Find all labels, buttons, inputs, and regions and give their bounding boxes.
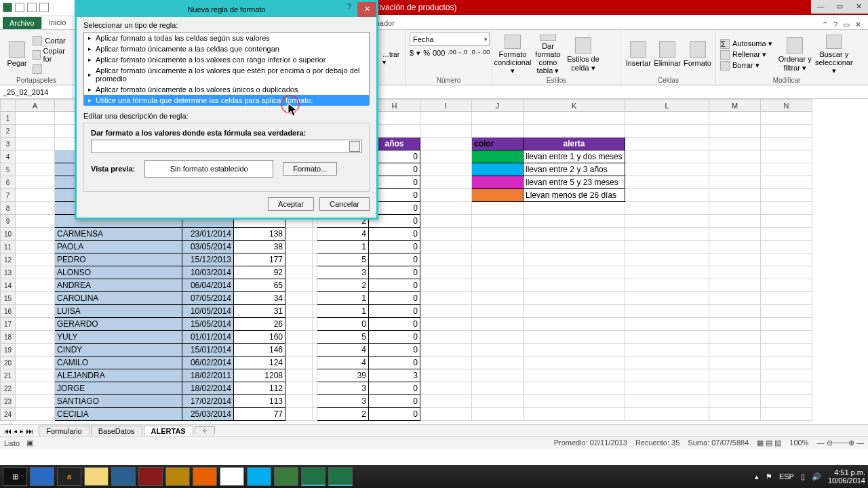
- cell[interactable]: [420, 228, 472, 241]
- rule-type-list[interactable]: Aplicar formato a todas las celdas según…: [83, 32, 370, 105]
- cell[interactable]: 1: [317, 305, 369, 318]
- cell[interactable]: [709, 305, 761, 318]
- cell[interactable]: [709, 228, 761, 241]
- row-header[interactable]: 10: [1, 228, 16, 241]
- cell[interactable]: PAOLA: [55, 241, 182, 253]
- format-as-table-button[interactable]: Dar formato como tabla ▾: [532, 35, 564, 75]
- cell[interactable]: [524, 318, 625, 331]
- cell[interactable]: [761, 202, 812, 215]
- cell[interactable]: [761, 395, 812, 408]
- ok-button[interactable]: Aceptar: [268, 197, 314, 211]
- cell[interactable]: 138: [234, 228, 285, 241]
- comma-button[interactable]: 000: [433, 49, 445, 58]
- tray-lang[interactable]: ESP: [779, 472, 794, 481]
- cell[interactable]: [16, 163, 55, 176]
- delete-cells-button[interactable]: Eliminar: [654, 35, 681, 75]
- cell[interactable]: 31: [234, 305, 285, 318]
- cell[interactable]: [420, 292, 472, 305]
- cell[interactable]: [472, 408, 524, 421]
- sheet-tab-formulario[interactable]: Formulario: [39, 426, 90, 436]
- clear-button[interactable]: Borrar ▾: [720, 61, 775, 70]
- cell[interactable]: [313, 292, 317, 305]
- cell[interactable]: [472, 112, 524, 125]
- cell[interactable]: [625, 357, 709, 369]
- percent-button[interactable]: %: [423, 49, 430, 58]
- tab-home[interactable]: Inicio: [41, 16, 74, 29]
- cell[interactable]: GERARDO: [55, 318, 182, 331]
- autosum-button[interactable]: ΣAutosuma ▾: [720, 39, 775, 49]
- cell[interactable]: [285, 279, 313, 292]
- cell[interactable]: [16, 202, 55, 215]
- cell[interactable]: [16, 125, 55, 138]
- cell[interactable]: [524, 112, 625, 125]
- cell[interactable]: [761, 408, 812, 421]
- cell[interactable]: [285, 382, 313, 395]
- cell[interactable]: [285, 305, 313, 318]
- cell[interactable]: 2: [317, 279, 369, 292]
- cell[interactable]: [625, 228, 709, 241]
- cell[interactable]: 3: [317, 395, 369, 408]
- cell[interactable]: 0: [369, 395, 420, 408]
- cell[interactable]: [625, 112, 709, 125]
- cell[interactable]: [16, 266, 55, 279]
- increase-decimal-button[interactable]: .00→.0: [448, 49, 467, 58]
- cell[interactable]: 0: [369, 305, 420, 318]
- cell[interactable]: ALONSO: [55, 266, 182, 279]
- cell[interactable]: [625, 382, 709, 395]
- cell[interactable]: [761, 150, 812, 163]
- cell[interactable]: 4: [317, 344, 369, 357]
- macro-record-icon[interactable]: ▣: [26, 439, 33, 447]
- cell[interactable]: [709, 138, 761, 150]
- cell[interactable]: 160: [234, 331, 285, 344]
- cell[interactable]: [313, 369, 317, 382]
- cell[interactable]: [472, 382, 524, 395]
- range-selector-button[interactable]: [349, 141, 360, 152]
- maximize-button[interactable]: ▭: [830, 0, 849, 14]
- cell[interactable]: 2: [317, 408, 369, 421]
- cell[interactable]: [524, 331, 625, 344]
- cell[interactable]: [625, 125, 709, 138]
- cell[interactable]: [709, 344, 761, 357]
- cell[interactable]: 0: [369, 253, 420, 266]
- cell[interactable]: [16, 331, 55, 344]
- sheet-tab-alertas[interactable]: ALERTAS: [144, 426, 193, 436]
- tab-file[interactable]: Archivo: [3, 17, 41, 29]
- tray-volume-icon[interactable]: 🔊: [812, 472, 821, 481]
- window-close-icon[interactable]: ✕: [855, 20, 861, 29]
- ribbon-collapse-icon[interactable]: ⌃: [822, 20, 828, 29]
- taskbar-app1[interactable]: [111, 467, 136, 486]
- cell[interactable]: [625, 253, 709, 266]
- cell[interactable]: [472, 241, 524, 253]
- format-painter-button[interactable]: [33, 64, 68, 74]
- cell[interactable]: 38: [234, 241, 285, 253]
- cell[interactable]: 0: [369, 241, 420, 253]
- cell[interactable]: ALEJANDRA: [55, 369, 182, 382]
- cell[interactable]: [709, 408, 761, 421]
- cell[interactable]: [524, 215, 625, 228]
- cell[interactable]: alerta: [524, 138, 625, 150]
- copy-button[interactable]: Copiar for: [33, 47, 68, 63]
- taskbar-camtasia[interactable]: [274, 467, 298, 486]
- taskbar-firefox[interactable]: [193, 467, 217, 486]
- cell[interactable]: [761, 176, 812, 189]
- cell[interactable]: [285, 408, 313, 421]
- cell[interactable]: [709, 241, 761, 253]
- row-header[interactable]: 23: [1, 395, 16, 408]
- row-header[interactable]: 4: [1, 150, 16, 163]
- cell[interactable]: 92: [234, 266, 285, 279]
- sheet-nav-first[interactable]: ⏮ ◀ ▶ ⏭: [4, 427, 33, 435]
- cell[interactable]: [761, 241, 812, 253]
- cell[interactable]: 07/05/2014: [182, 292, 234, 305]
- cell[interactable]: [709, 163, 761, 176]
- cell[interactable]: [709, 202, 761, 215]
- cell[interactable]: [761, 369, 812, 382]
- tray-flag-icon[interactable]: ⚑: [766, 472, 772, 481]
- find-select-button[interactable]: Buscar y seleccionar ▾: [815, 35, 853, 75]
- row-header[interactable]: 19: [1, 344, 16, 357]
- wrap-center-button[interactable]: …trar ▾: [382, 51, 401, 66]
- rule-type-option[interactable]: Aplicar formato a todas las celdas según…: [84, 33, 369, 43]
- start-button[interactable]: ⊞: [3, 467, 27, 486]
- cell[interactable]: [625, 266, 709, 279]
- cell[interactable]: [761, 138, 812, 150]
- cell[interactable]: [16, 138, 55, 150]
